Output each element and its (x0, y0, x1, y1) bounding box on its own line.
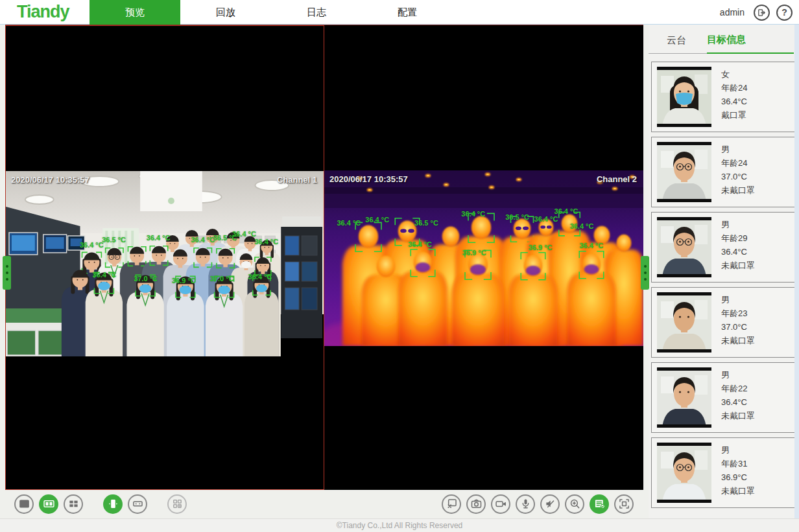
video-cell-channel2[interactable]: 36.4 °C36.4 °C36.5 °C36.4 °C36.5 °C36.4 … (324, 25, 643, 490)
target-gender: 男 (721, 368, 755, 382)
layout-four-icon (67, 497, 80, 511)
target-info: 男 年龄31 36.9°C 未戴口罩 (721, 443, 755, 503)
right-sidebar: 云台目标信息 女 年 (649, 25, 799, 518)
target-info-panel-icon (593, 497, 606, 511)
target-photo (657, 142, 711, 202)
target-age: 年龄31 (721, 457, 755, 470)
preview-toolbar (5, 489, 643, 518)
target-card[interactable]: 男 年龄23 37.0°C 未戴口罩 (651, 287, 796, 358)
digital-zoom-icon (568, 497, 582, 511)
close-all-preview-icon (445, 497, 459, 511)
logout-button[interactable] (754, 5, 770, 21)
tiandy-logo: Tiandy (17, 2, 89, 22)
rotate-portrait-icon (106, 497, 120, 511)
target-info: 男 年龄23 37.0°C 未戴口罩 (721, 292, 755, 353)
video-cell-channel1[interactable]: 36.4 °C36.5 °C36.4 °C36.4 °C36.5 °C36.4 … (5, 25, 324, 490)
target-mask-status: 未戴口罩 (721, 409, 755, 422)
target-age: 年龄24 (721, 81, 747, 95)
target-card[interactable]: 男 年龄31 36.9°C 未戴口罩 (651, 437, 796, 508)
target-gender: 女 (721, 67, 747, 81)
target-age: 年龄24 (721, 156, 755, 170)
snapshot-icon (470, 497, 483, 511)
audio-mute-button[interactable] (540, 494, 560, 514)
fullscreen-icon (617, 497, 631, 511)
target-temp: 37.0°C (721, 320, 755, 334)
channel2-timestamp: 2020/06/17 10:35:57 (329, 174, 408, 184)
close-all-preview-button[interactable] (442, 494, 461, 514)
layout-four-button[interactable] (64, 494, 83, 514)
target-card[interactable]: 男 年龄22 36.4°C 未戴口罩 (651, 362, 796, 433)
target-age: 年龄23 (721, 306, 755, 320)
header-right: admin ? (720, 0, 793, 25)
target-mask-status: 未戴口罩 (721, 334, 755, 347)
target-photo (657, 367, 711, 428)
target-temp: 36.9°C (721, 470, 755, 484)
copyright-text: ©Tiandy Co.,Ltd All Rights Reserved (337, 521, 462, 530)
target-photo (657, 217, 711, 277)
target-mask-status: 戴口罩 (721, 108, 747, 122)
digital-zoom-button[interactable] (565, 494, 584, 514)
rotate-landscape-icon (131, 497, 145, 511)
target-card[interactable]: 女 年龄24 36.4°C 戴口罩 (651, 62, 796, 132)
target-info: 男 年龄22 36.4°C 未戴口罩 (721, 367, 755, 428)
snapshot-button[interactable] (466, 494, 486, 514)
sidebar-tab-ptz[interactable]: 云台 (667, 34, 686, 53)
help-icon: ? (781, 7, 787, 17)
fullscreen-button[interactable] (614, 494, 634, 514)
target-gender: 男 (721, 218, 755, 231)
channel2-thermal-scene (324, 170, 643, 346)
video-grid: 36.4 °C36.5 °C36.4 °C36.4 °C36.5 °C36.4 … (5, 25, 643, 489)
main-nav-tabs: 预览回放日志配置 (89, 0, 453, 25)
target-info: 男 年龄24 37.0°C 未戴口罩 (721, 142, 755, 202)
right-panel-handle[interactable] (641, 256, 649, 290)
nav-tab-config[interactable]: 配置 (362, 0, 453, 25)
left-panel-handle[interactable] (3, 256, 11, 290)
target-temp: 36.4°C (721, 395, 755, 409)
logout-icon (757, 8, 767, 17)
record-button[interactable] (491, 494, 510, 514)
target-photo (657, 292, 711, 353)
footer: ©Tiandy Co.,Ltd All Rights Reserved (0, 518, 799, 532)
target-card[interactable]: 男 年龄29 36.4°C 未戴口罩 (651, 212, 796, 283)
target-mask-status: 未戴口罩 (721, 484, 755, 498)
channel1-timestamp: 2020/06/17 10:35:57 (11, 175, 89, 185)
target-temp: 36.4°C (721, 245, 755, 259)
target-info-panel-button[interactable] (590, 494, 609, 514)
target-list: 女 年龄24 36.4°C 戴口罩 (651, 62, 796, 508)
top-nav-bar: Tiandy 预览回放日志配置 admin ? (0, 0, 799, 25)
layout-custom-button[interactable] (167, 494, 187, 514)
target-age: 年龄22 (721, 382, 755, 395)
talk-mic-button[interactable] (516, 494, 535, 514)
stream-button-group (442, 494, 634, 514)
layout-button-group (14, 494, 187, 514)
record-icon (494, 497, 508, 511)
sidebar-scrollbar[interactable] (794, 25, 799, 518)
layout-two-split-icon (42, 497, 56, 511)
channel2-video: 36.4 °C36.4 °C36.5 °C36.4 °C36.5 °C36.4 … (324, 170, 643, 346)
help-button[interactable]: ? (776, 5, 793, 21)
rotate-landscape-button[interactable] (128, 494, 147, 514)
sidebar-tabs: 云台目标信息 (649, 25, 794, 54)
channel1-scene (6, 171, 324, 356)
nav-tab-playback[interactable]: 回放 (180, 0, 271, 25)
layout-single-button[interactable] (14, 494, 34, 514)
target-info: 女 年龄24 36.4°C 戴口罩 (721, 67, 747, 127)
layout-single-icon (18, 497, 31, 511)
target-age: 年龄29 (721, 231, 755, 245)
layout-custom-icon (171, 497, 184, 511)
nav-tab-preview[interactable]: 预览 (89, 0, 180, 25)
layout-two-split-button[interactable] (39, 494, 58, 514)
target-photo (657, 67, 711, 127)
nav-tab-log[interactable]: 日志 (271, 0, 362, 25)
channel2-label: Channel 2 (597, 174, 637, 184)
channel1-video: 36.4 °C36.5 °C36.4 °C36.4 °C36.5 °C36.4 … (6, 171, 324, 356)
target-card[interactable]: 男 年龄24 37.0°C 未戴口罩 (651, 137, 796, 207)
target-gender: 男 (721, 443, 755, 457)
target-gender: 男 (721, 143, 755, 156)
rotate-portrait-button[interactable] (103, 494, 123, 514)
target-temp: 36.4°C (721, 95, 747, 108)
channel1-label: Channel 1 (277, 175, 317, 185)
target-photo (657, 443, 711, 503)
sidebar-tab-target-info[interactable]: 目标信息 (707, 34, 794, 54)
talk-mic-icon (519, 497, 532, 511)
